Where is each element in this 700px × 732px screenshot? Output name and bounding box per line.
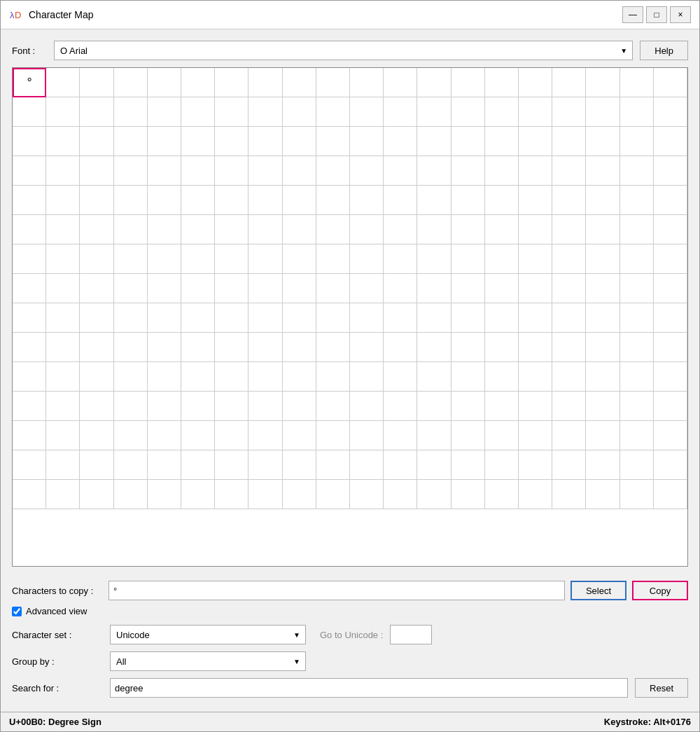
char-cell[interactable] <box>620 186 654 215</box>
char-cell[interactable] <box>350 274 384 303</box>
char-cell[interactable] <box>654 480 687 509</box>
char-cell[interactable] <box>350 156 384 186</box>
char-cell[interactable] <box>451 362 485 392</box>
char-cell[interactable] <box>451 421 485 450</box>
char-cell[interactable] <box>181 392 215 421</box>
char-cell[interactable] <box>13 392 46 421</box>
char-cell[interactable] <box>13 274 46 303</box>
char-cell[interactable] <box>148 303 181 333</box>
char-cell[interactable] <box>46 362 80 392</box>
char-cell[interactable] <box>316 186 350 215</box>
char-cell[interactable] <box>114 392 148 421</box>
char-cell[interactable] <box>350 244 384 274</box>
char-cell[interactable] <box>552 392 586 421</box>
char-cell[interactable] <box>316 244 350 274</box>
char-cell[interactable] <box>552 215 586 244</box>
char-cell[interactable] <box>148 215 181 244</box>
char-cell[interactable] <box>654 274 687 303</box>
char-cell[interactable] <box>248 333 282 362</box>
char-cell[interactable] <box>586 392 620 421</box>
char-cell[interactable] <box>654 156 687 186</box>
char-cell[interactable] <box>384 421 417 450</box>
char-cell[interactable] <box>586 362 620 392</box>
char-cell[interactable] <box>519 303 552 333</box>
char-cell[interactable] <box>620 68 654 97</box>
char-cell[interactable] <box>13 127 46 156</box>
char-cell[interactable] <box>283 244 316 274</box>
char-cell[interactable] <box>620 127 654 156</box>
char-cell[interactable] <box>654 303 687 333</box>
advanced-view-label[interactable]: Advanced view <box>26 606 87 616</box>
char-cell[interactable] <box>181 274 215 303</box>
char-cell[interactable] <box>654 97 687 127</box>
char-cell[interactable] <box>46 392 80 421</box>
char-cell[interactable] <box>485 127 519 156</box>
char-cell[interactable] <box>13 480 46 509</box>
char-cell[interactable] <box>283 274 316 303</box>
char-cell[interactable] <box>316 127 350 156</box>
char-cell[interactable] <box>519 68 552 97</box>
char-cell[interactable] <box>148 333 181 362</box>
char-cell[interactable] <box>586 186 620 215</box>
char-cell[interactable] <box>350 480 384 509</box>
char-cell[interactable] <box>80 97 113 127</box>
char-cell[interactable] <box>114 303 148 333</box>
char-cell[interactable] <box>417 68 451 97</box>
char-cell[interactable] <box>350 127 384 156</box>
char-cell[interactable] <box>248 362 282 392</box>
char-cell[interactable] <box>283 333 316 362</box>
char-cell[interactable] <box>552 186 586 215</box>
char-cell[interactable] <box>13 97 46 127</box>
char-cell[interactable] <box>215 480 248 509</box>
char-cell[interactable] <box>417 127 451 156</box>
char-cell[interactable] <box>620 392 654 421</box>
char-cell[interactable] <box>519 450 552 480</box>
char-cell[interactable] <box>417 362 451 392</box>
char-cell[interactable] <box>417 274 451 303</box>
char-cell[interactable] <box>215 392 248 421</box>
char-cell[interactable] <box>13 186 46 215</box>
char-cell[interactable] <box>215 127 248 156</box>
minimize-button[interactable]: — <box>622 6 643 23</box>
char-cell[interactable] <box>283 127 316 156</box>
char-cell[interactable] <box>485 392 519 421</box>
char-cell[interactable] <box>215 215 248 244</box>
char-cell[interactable] <box>552 362 586 392</box>
char-cell[interactable] <box>552 68 586 97</box>
char-cell[interactable] <box>384 333 417 362</box>
char-cell[interactable] <box>80 186 113 215</box>
char-cell[interactable] <box>248 127 282 156</box>
char-cell[interactable] <box>485 421 519 450</box>
char-cell[interactable] <box>417 97 451 127</box>
char-cell[interactable] <box>384 274 417 303</box>
char-cell[interactable] <box>248 156 282 186</box>
char-cell[interactable] <box>384 362 417 392</box>
char-cell[interactable] <box>248 480 282 509</box>
char-cell[interactable] <box>215 303 248 333</box>
char-cell[interactable] <box>485 274 519 303</box>
char-cell[interactable] <box>620 274 654 303</box>
char-cell[interactable] <box>283 303 316 333</box>
char-cell[interactable] <box>215 450 248 480</box>
char-cell[interactable] <box>552 333 586 362</box>
char-cell[interactable] <box>181 303 215 333</box>
char-cell[interactable] <box>350 303 384 333</box>
char-cell[interactable] <box>215 156 248 186</box>
char-cell[interactable] <box>620 215 654 244</box>
char-cell[interactable] <box>114 362 148 392</box>
char-cell[interactable] <box>552 274 586 303</box>
char-cell[interactable] <box>620 480 654 509</box>
copy-button[interactable]: Copy <box>632 581 688 600</box>
char-cell[interactable] <box>417 450 451 480</box>
char-cell[interactable] <box>13 156 46 186</box>
char-cell[interactable] <box>519 156 552 186</box>
char-cell[interactable] <box>283 156 316 186</box>
char-cell[interactable] <box>181 362 215 392</box>
char-cell[interactable] <box>248 392 282 421</box>
char-cell[interactable] <box>552 156 586 186</box>
char-cell[interactable] <box>181 156 215 186</box>
char-cell[interactable] <box>451 186 485 215</box>
char-cell[interactable] <box>586 421 620 450</box>
search-for-input[interactable] <box>110 678 628 698</box>
char-cell[interactable] <box>13 244 46 274</box>
